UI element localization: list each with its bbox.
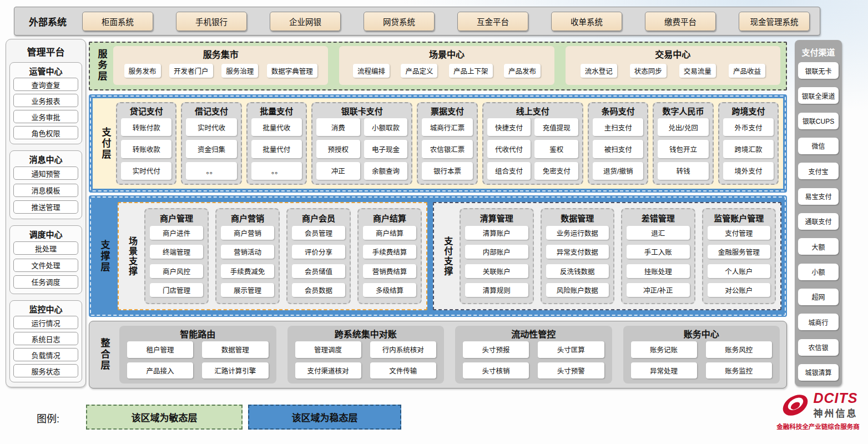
support-item-button[interactable]: 金融服务管理	[708, 245, 770, 259]
integration-item-button[interactable]: 租户管理	[127, 341, 193, 358]
service-item-button[interactable]: 开发者门户	[169, 64, 213, 78]
support-item-button[interactable]: 会员数据	[292, 283, 345, 297]
service-item-button[interactable]: 产品发布	[504, 64, 541, 78]
support-item-button[interactable]: 会员储值	[292, 264, 345, 278]
payment-item-button[interactable]: 城商行汇票	[422, 118, 472, 136]
payment-channel-button[interactable]: 易宝支付	[798, 188, 839, 205]
management-item-button[interactable]: 查询查复	[13, 78, 78, 91]
payment-channel-button[interactable]: 银联全渠道	[798, 87, 839, 104]
integration-item-button[interactable]: 账务记账	[631, 341, 697, 358]
payment-item-button[interactable]: 转钱	[658, 162, 708, 180]
payment-item-button[interactable]: 免密支付	[534, 162, 578, 180]
integration-item-button[interactable]: 产品接入	[127, 362, 193, 379]
service-item-button[interactable]: 状态同步	[630, 64, 667, 78]
management-item-button[interactable]: 文件处理	[13, 259, 78, 272]
support-item-button[interactable]: 关联账户	[465, 264, 528, 278]
payment-item-button[interactable]: 冲正	[316, 162, 360, 180]
service-item-button[interactable]: 交易流量	[679, 64, 716, 78]
payment-item-button[interactable]: 。。	[251, 162, 302, 180]
management-item-button[interactable]: 推送管理	[13, 200, 78, 214]
external-system-button[interactable]: 收单系统	[551, 12, 622, 31]
management-item-button[interactable]: 业务报表	[13, 94, 78, 107]
integration-item-button[interactable]: 头寸匡算	[538, 341, 604, 358]
payment-item-button[interactable]: 小额取款	[364, 118, 408, 136]
support-item-button[interactable]: 商户结算	[363, 226, 416, 240]
support-item-button[interactable]: 清算规则	[465, 283, 528, 297]
integration-item-button[interactable]: 支付渠道核对	[295, 362, 361, 379]
service-item-button[interactable]: 产品收益	[729, 64, 765, 78]
external-system-button[interactable]: 柜面系统	[82, 12, 153, 31]
payment-item-button[interactable]: 批量代收	[251, 118, 302, 136]
payment-item-button[interactable]: 银行本票	[422, 162, 472, 180]
service-item-button[interactable]: 流程编排	[353, 64, 390, 78]
service-item-button[interactable]: 服务治理	[221, 64, 258, 78]
support-item-button[interactable]: 会员管理	[292, 226, 345, 240]
support-item-button[interactable]: 个人账户	[708, 264, 770, 278]
payment-item-button[interactable]: 余额查询	[364, 162, 408, 180]
payment-item-button[interactable]: 批量代付	[251, 140, 302, 158]
support-item-button[interactable]: 挂账处理	[627, 264, 689, 278]
payment-channel-button[interactable]: 微信	[798, 138, 839, 154]
integration-item-button[interactable]: 文件传输	[370, 362, 436, 379]
payment-item-button[interactable]: 。。	[186, 162, 236, 180]
integration-item-button[interactable]: 数据管理	[202, 341, 268, 358]
payment-item-button[interactable]: 被扫支付	[593, 140, 643, 158]
integration-item-button[interactable]: 头寸核销	[463, 362, 529, 379]
payment-item-button[interactable]: 鉴权	[534, 140, 578, 158]
external-system-button[interactable]: 企业网银	[270, 12, 341, 31]
payment-item-button[interactable]: 消费	[316, 118, 360, 136]
management-item-button[interactable]: 批处理	[13, 241, 78, 255]
support-item-button[interactable]: 终端管理	[150, 245, 203, 259]
support-item-button[interactable]: 冲正/补正	[627, 283, 689, 297]
support-item-button[interactable]: 手工入账	[627, 245, 689, 259]
support-item-button[interactable]: 支付管理	[708, 226, 770, 240]
payment-item-button[interactable]: 转账付款	[121, 118, 171, 136]
support-item-button[interactable]: 商户营销	[221, 226, 274, 240]
payment-channel-button[interactable]: 通联支付	[798, 213, 839, 230]
integration-item-button[interactable]: 管理调度	[295, 341, 361, 358]
management-item-button[interactable]: 通知预警	[13, 167, 78, 180]
support-item-button[interactable]: 内部账户	[465, 245, 528, 259]
management-item-button[interactable]: 任务调度	[13, 275, 78, 289]
support-item-button[interactable]: 展示管理	[221, 283, 274, 297]
payment-item-button[interactable]: 主扫支付	[593, 118, 643, 136]
support-item-button[interactable]: 营销费结算	[363, 264, 416, 278]
support-item-button[interactable]: 手续费结算	[363, 245, 416, 259]
integration-item-button[interactable]: 汇路计算引擎	[202, 362, 268, 379]
support-item-button[interactable]: 退汇	[627, 226, 689, 240]
service-item-button[interactable]: 数据字典管理	[267, 64, 317, 78]
service-item-button[interactable]: 产品上下架	[449, 64, 493, 78]
integration-item-button[interactable]: 行内系统核对	[370, 341, 436, 358]
external-system-button[interactable]: 缴费平台	[645, 12, 716, 31]
external-system-button[interactable]: 手机银行	[176, 12, 247, 31]
payment-item-button[interactable]: 预授权	[316, 140, 360, 158]
payment-item-button[interactable]: 电子现金	[364, 140, 408, 158]
support-item-button[interactable]: 清算账户	[465, 226, 528, 240]
payment-channel-button[interactable]: 城银清算	[798, 364, 839, 381]
integration-item-button[interactable]: 账务风控	[706, 341, 772, 358]
support-item-button[interactable]: 商户风控	[150, 264, 203, 278]
management-item-button[interactable]: 角色权限	[13, 126, 78, 139]
payment-item-button[interactable]: 钱包开立	[658, 140, 708, 158]
support-item-button[interactable]: 异常支付数据	[546, 245, 609, 259]
management-item-button[interactable]: 运行情况	[13, 316, 78, 329]
support-item-button[interactable]: 业务运行数据	[546, 226, 609, 240]
payment-item-button[interactable]: 充值提现	[534, 118, 578, 136]
support-item-button[interactable]: 对公账户	[708, 283, 770, 297]
payment-channel-button[interactable]: 超网	[798, 289, 839, 305]
payment-channel-button[interactable]: 银联无卡	[798, 62, 839, 79]
payment-item-button[interactable]: 退货/撤销	[593, 162, 643, 180]
payment-item-button[interactable]: 组合支付	[487, 162, 531, 180]
external-system-button[interactable]: 互金平台	[457, 12, 528, 31]
support-item-button[interactable]: 门店管理	[150, 283, 203, 297]
service-item-button[interactable]: 流水登记	[581, 64, 617, 78]
management-item-button[interactable]: 负载情况	[13, 348, 78, 361]
payment-item-button[interactable]: 资金归集	[186, 140, 236, 158]
support-item-button[interactable]: 反洗钱数据	[546, 264, 609, 278]
payment-item-button[interactable]: 实时代收	[186, 118, 236, 136]
payment-item-button[interactable]: 实时代付	[121, 162, 171, 180]
payment-item-button[interactable]: 转账收款	[121, 140, 171, 158]
integration-item-button[interactable]: 账务监控	[706, 362, 772, 379]
management-item-button[interactable]: 消息模板	[13, 184, 78, 197]
payment-item-button[interactable]: 跨境汇款	[723, 140, 774, 158]
